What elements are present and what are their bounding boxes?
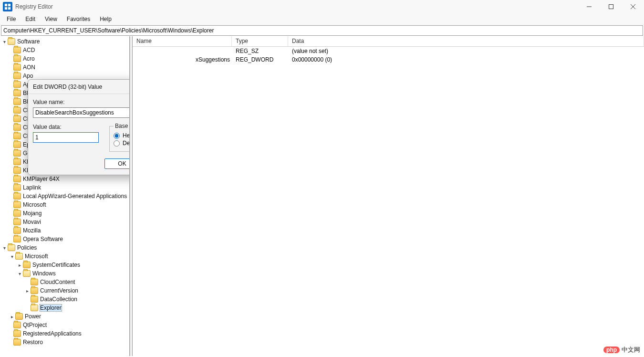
edit-dword-dialog: Edit DWORD (32-bit) Value Value name: Va…: [28, 79, 130, 175]
tree-node-datacollection[interactable]: DataCollection: [0, 295, 129, 304]
menu-favorites[interactable]: Favorites: [62, 14, 95, 24]
folder-icon: [13, 219, 21, 225]
collapse-icon[interactable]: ▾: [9, 254, 15, 259]
value-data: 0x00000000 (0): [288, 56, 644, 63]
folder-icon: [8, 38, 15, 45]
tree-node[interactable]: Local AppWizard-Generated Applications: [0, 192, 129, 200]
value-name-partial: xSuggestions: [196, 56, 230, 63]
folder-icon: [13, 167, 21, 174]
column-type[interactable]: Type: [232, 36, 288, 46]
collapse-icon[interactable]: ▾: [1, 39, 8, 44]
column-data[interactable]: Data: [288, 36, 644, 46]
tree-node-qtproject[interactable]: QtProject: [0, 321, 129, 329]
folder-icon: [31, 304, 38, 311]
radio-decimal[interactable]: [114, 140, 120, 147]
folder-icon: [13, 64, 21, 71]
folder-icon: [13, 107, 21, 114]
tree-node[interactable]: Mojang: [0, 209, 129, 218]
menubar: File Edit View Favorites Help: [0, 13, 644, 25]
folder-icon: [13, 193, 21, 200]
tree-node[interactable]: Laplink: [0, 183, 129, 192]
tree-node[interactable]: Acro: [0, 54, 129, 63]
folder-icon: [13, 47, 21, 53]
folder-icon: [13, 124, 21, 131]
list-row[interactable]: xSuggestions REG_DWORD 0x00000000 (0): [133, 55, 644, 64]
folder-icon: [13, 150, 21, 157]
folder-icon: [13, 158, 21, 165]
tree-node-power[interactable]: ▸Power: [0, 312, 129, 321]
svg-rect-2: [5, 7, 7, 10]
folder-icon: [13, 176, 21, 182]
dialog-titlebar[interactable]: Edit DWORD (32-bit) Value: [28, 80, 130, 94]
menu-edit[interactable]: Edit: [21, 14, 40, 24]
tree-node[interactable]: AON: [0, 63, 129, 72]
expand-icon[interactable]: ▸: [16, 262, 23, 268]
value-data-field[interactable]: [33, 132, 99, 143]
svg-rect-5: [609, 5, 613, 9]
tree-node-cloudcontent[interactable]: CloudContent: [0, 278, 129, 286]
folder-icon: [23, 262, 31, 268]
tree-node[interactable]: Microsoft: [0, 200, 129, 209]
radio-hexadecimal[interactable]: [114, 133, 120, 139]
folder-icon: [13, 116, 21, 122]
expand-icon[interactable]: ▸: [9, 314, 15, 319]
folder-icon: [13, 81, 21, 88]
radio-hexadecimal-label: Hexadecimal: [123, 132, 130, 139]
window-title: Registry Editor: [15, 3, 53, 10]
base-label: Base: [114, 123, 129, 129]
value-name-field[interactable]: [33, 107, 130, 118]
tree-node[interactable]: Movavi: [0, 218, 129, 226]
folder-icon: [13, 184, 21, 191]
value-name-label: Value name:: [33, 99, 130, 105]
tree-node-systemcertificates[interactable]: ▸SystemCertificates: [0, 261, 129, 269]
value-type: REG_DWORD: [232, 56, 288, 63]
menu-help[interactable]: Help: [95, 14, 116, 24]
collapse-icon[interactable]: ▾: [1, 245, 8, 251]
folder-icon: [13, 339, 21, 346]
tree-node[interactable]: Mozilla: [0, 226, 129, 235]
folder-icon: [31, 287, 38, 294]
tree-node-microsoft[interactable]: ▾Microsoft: [0, 252, 129, 261]
svg-rect-0: [5, 4, 7, 6]
tree-node[interactable]: ACD: [0, 46, 129, 54]
tree-node[interactable]: KMPlayer 64X: [0, 175, 129, 183]
folder-icon: [15, 313, 23, 320]
value-data-label: Value data:: [33, 124, 109, 130]
expand-icon[interactable]: ▸: [24, 288, 31, 294]
folder-icon: [15, 253, 23, 260]
list-header: Name Type Data: [133, 36, 644, 47]
tree-node-explorer[interactable]: Explorer: [0, 304, 129, 312]
folder-icon: [13, 73, 21, 79]
window-controls: [578, 0, 644, 13]
tree-node-currentversion[interactable]: ▸CurrentVersion: [0, 286, 129, 295]
tree-node-restoro[interactable]: Restoro: [0, 338, 129, 346]
list-row[interactable]: (Default) REG_SZ (value not set): [133, 47, 644, 55]
folder-icon: [13, 227, 21, 234]
list-pane[interactable]: Name Type Data (Default) REG_SZ (value n…: [133, 36, 644, 356]
folder-icon: [13, 201, 21, 208]
app-icon: [3, 2, 12, 11]
folder-icon: [13, 236, 21, 242]
tree-node-registeredapplications[interactable]: RegisteredApplications: [0, 329, 129, 338]
menu-view[interactable]: View: [40, 14, 62, 24]
collapse-icon[interactable]: ▾: [16, 271, 23, 276]
tree-pane[interactable]: ▾Software ACDAcroAONApoApplBlueBlueChatC…: [0, 36, 130, 356]
maximize-button[interactable]: [600, 0, 622, 13]
tree-node-windows[interactable]: ▾Windows: [0, 269, 129, 278]
tree-node[interactable]: Opera Software: [0, 235, 129, 243]
dialog-title: Edit DWORD (32-bit) Value: [33, 84, 102, 90]
address-bar[interactable]: Computer\HKEY_CURRENT_USER\Software\Poli…: [1, 25, 643, 36]
ok-button[interactable]: OK: [104, 158, 130, 169]
svg-rect-3: [8, 7, 10, 10]
tree-node-software[interactable]: ▾Software: [0, 37, 129, 46]
folder-icon: [13, 210, 21, 217]
column-name[interactable]: Name: [133, 36, 232, 46]
value-type: REG_SZ: [232, 48, 288, 54]
menu-file[interactable]: File: [2, 14, 21, 24]
close-button[interactable]: [622, 0, 644, 13]
minimize-button[interactable]: [578, 0, 600, 13]
folder-icon: [13, 330, 21, 337]
folder-icon: [13, 98, 21, 105]
tree-node-policies[interactable]: ▾Policies: [0, 243, 129, 252]
folder-icon: [23, 270, 31, 277]
